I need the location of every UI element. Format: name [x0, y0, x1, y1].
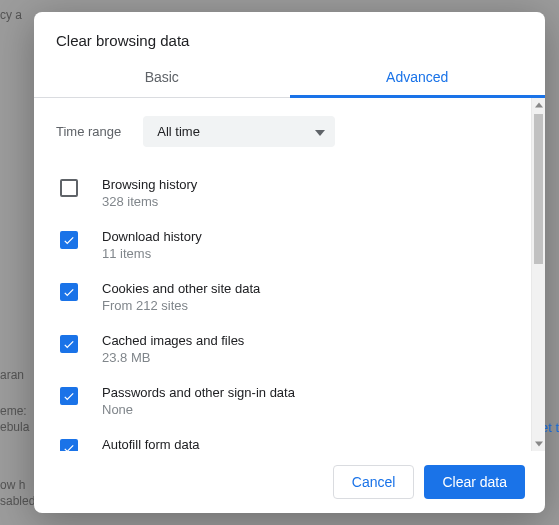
clear-data-button[interactable]: Clear data — [424, 465, 525, 499]
option-title: Download history — [102, 229, 202, 244]
option-title: Cookies and other site data — [102, 281, 260, 296]
option-text: Cookies and other site data From 212 sit… — [102, 281, 260, 313]
option-sub: None — [102, 402, 295, 417]
checkbox-autofill[interactable] — [60, 439, 78, 451]
option-autofill[interactable]: Autofill form data — [56, 427, 509, 451]
time-range-label: Time range — [56, 124, 121, 139]
option-browsing-history[interactable]: Browsing history 328 items — [56, 167, 509, 219]
option-sub: 23.8 MB — [102, 350, 244, 365]
option-text: Browsing history 328 items — [102, 177, 197, 209]
option-download-history[interactable]: Download history 11 items — [56, 219, 509, 271]
time-range-select[interactable]: All time — [143, 116, 335, 147]
time-range-row: Time range All time — [56, 116, 509, 147]
option-sub: 11 items — [102, 246, 202, 261]
cancel-button[interactable]: Cancel — [333, 465, 415, 499]
option-title: Browsing history — [102, 177, 197, 192]
checkbox-cookies[interactable] — [60, 283, 78, 301]
checkbox-browsing-history[interactable] — [60, 179, 78, 197]
option-passwords[interactable]: Passwords and other sign-in data None — [56, 375, 509, 427]
tab-advanced[interactable]: Advanced — [290, 59, 546, 97]
clear-browsing-data-dialog: Clear browsing data Basic Advanced Time … — [34, 12, 545, 513]
scrollbar[interactable] — [531, 98, 545, 451]
time-range-value: All time — [157, 124, 200, 139]
option-title: Cached images and files — [102, 333, 244, 348]
dialog-title: Clear browsing data — [34, 12, 545, 59]
option-text: Autofill form data — [102, 437, 200, 451]
dialog-body: Time range All time Browsing history 328… — [34, 98, 545, 451]
option-cache[interactable]: Cached images and files 23.8 MB — [56, 323, 509, 375]
option-cookies[interactable]: Cookies and other site data From 212 sit… — [56, 271, 509, 323]
option-title: Passwords and other sign-in data — [102, 385, 295, 400]
option-text: Passwords and other sign-in data None — [102, 385, 295, 417]
tab-basic[interactable]: Basic — [34, 59, 290, 97]
option-text: Download history 11 items — [102, 229, 202, 261]
tabs: Basic Advanced — [34, 59, 545, 98]
scroll-up-icon[interactable] — [532, 98, 545, 112]
checkbox-passwords[interactable] — [60, 387, 78, 405]
caret-down-icon — [315, 124, 325, 139]
dialog-footer: Cancel Clear data — [34, 451, 545, 513]
option-sub: From 212 sites — [102, 298, 260, 313]
option-title: Autofill form data — [102, 437, 200, 451]
scrollbar-thumb[interactable] — [534, 114, 543, 264]
scroll-content: Time range All time Browsing history 328… — [34, 98, 531, 451]
scroll-down-icon[interactable] — [532, 437, 545, 451]
checkbox-cache[interactable] — [60, 335, 78, 353]
option-sub: 328 items — [102, 194, 197, 209]
option-text: Cached images and files 23.8 MB — [102, 333, 244, 365]
checkbox-download-history[interactable] — [60, 231, 78, 249]
